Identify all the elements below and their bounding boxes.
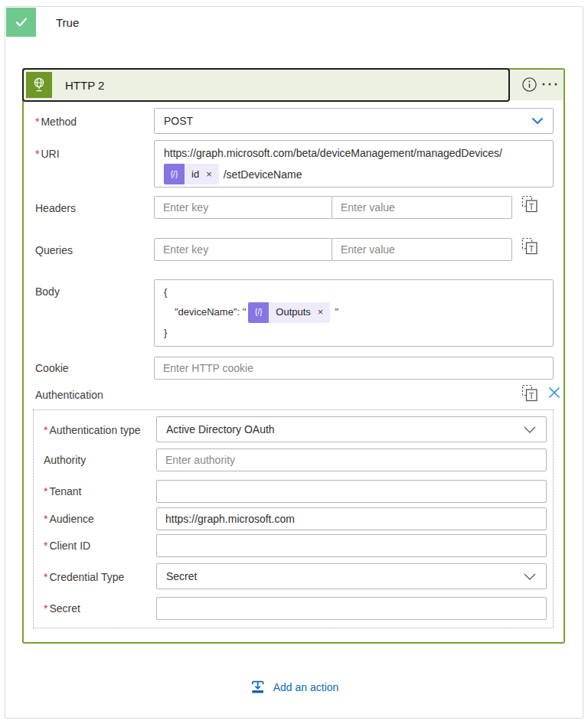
method-label: *Method [35,116,77,128]
body-input[interactable]: { "deviceName": " {/} Outputs× " } [154,279,554,347]
authority-label: Authority [44,454,86,466]
auth-type-value: Active Directory OAuth [166,423,275,435]
tenant-input[interactable] [156,480,547,503]
body-property-close: " [335,306,338,318]
audience-input[interactable] [156,507,547,530]
audience-label: *Audience [44,513,94,525]
credential-type-value: Secret [166,570,197,582]
http-action-card: HTTP 2 *Method POST *URI h [22,68,565,644]
secret-input[interactable] [156,597,547,620]
authentication-label: Authentication [35,389,103,401]
cookie-label: Cookie [35,362,69,374]
queries-value-input[interactable] [332,238,512,261]
chevron-down-icon [523,572,537,581]
cookie-input[interactable] [154,357,554,380]
true-branch-label: True [56,16,79,29]
info-icon[interactable] [521,77,537,93]
authentication-close-icon[interactable] [547,386,561,400]
dynamic-token-outputs[interactable]: {/} Outputs× [248,302,330,323]
tenant-label: *Tenant [44,485,82,497]
queries-key-input[interactable] [154,238,332,261]
menu-ellipsis-icon[interactable] [541,81,558,87]
body-open-brace: { [164,286,544,298]
svg-text:T: T [529,244,534,253]
add-action-button[interactable]: Add an action [250,679,339,696]
client-id-input[interactable] [156,534,547,557]
svg-text:T: T [529,202,534,211]
auth-type-label: *Authentication type [44,424,141,436]
queries-label: Queries [35,244,73,256]
auth-type-dropdown[interactable]: Active Directory OAuth [156,416,547,442]
method-value: POST [164,115,193,127]
dynamic-content-icon: {/} [248,302,269,323]
authentication-section: *Authentication type Active Directory OA… [33,409,554,628]
action-title: HTTP 2 [65,79,104,92]
action-header: HTTP 2 [24,70,564,100]
authority-input[interactable] [156,448,547,471]
chevron-down-icon [523,426,537,434]
body-label: Body [35,285,60,298]
svg-text:T: T [529,391,534,400]
token-remove-icon[interactable]: × [206,168,212,180]
headers-key-input[interactable] [154,196,332,219]
credential-type-dropdown[interactable]: Secret [156,563,547,589]
token-remove-icon[interactable]: × [318,306,324,318]
true-branch-check-icon [6,8,36,37]
headers-text-mode-icon[interactable]: T [521,195,538,214]
body-close-brace: } [164,327,544,339]
body-property: "deviceName": " [175,306,246,318]
secret-label: *Secret [44,602,80,615]
uri-suffix: /setDeviceName [224,168,302,181]
add-action-label: Add an action [273,681,339,693]
headers-value-input[interactable] [332,196,512,219]
dynamic-token-id[interactable]: {/} id× [164,164,219,184]
flow-designer-canvas: True HTTP 2 [5,6,583,719]
insert-action-icon [250,679,266,696]
credential-type-label: *Credential Type [44,571,124,583]
uri-text: https://graph.microsoft.com/beta/deviceM… [164,147,544,159]
dynamic-content-icon: {/} [164,164,185,184]
headers-label: Headers [35,202,76,214]
uri-input[interactable]: https://graph.microsoft.com/beta/deviceM… [154,140,554,188]
authentication-text-mode-icon[interactable]: T [521,384,538,403]
http-globe-icon [26,72,52,98]
action-title-bar[interactable]: HTTP 2 [22,68,510,102]
chevron-down-icon [531,117,544,125]
client-id-label: *Client ID [44,540,90,552]
queries-text-mode-icon[interactable]: T [521,237,538,256]
uri-label: *URI [35,148,60,160]
method-dropdown[interactable]: POST [154,108,554,134]
